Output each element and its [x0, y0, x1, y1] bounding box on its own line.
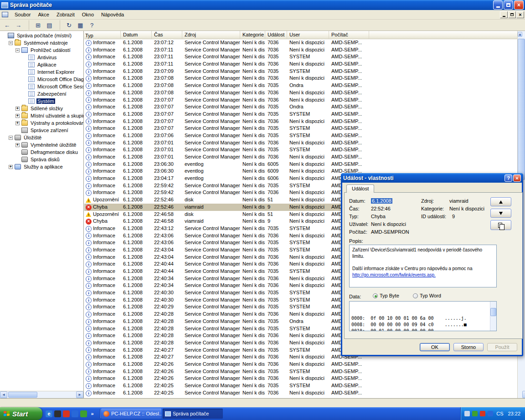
menu-soubor[interactable]: Soubor: [11, 11, 34, 18]
scroll-up-icon[interactable]: ▲: [518, 32, 522, 37]
scroll-thumb[interactable]: [8, 392, 37, 398]
event-row[interactable]: Informace 6.1.2008 23:06:30 eventlog Nen…: [84, 168, 369, 175]
task-button-sprava-pocitace[interactable]: Správa počítače: [163, 409, 223, 419]
events-help-link[interactable]: http://go.microsoft.com/fwlink/events.as…: [352, 272, 494, 278]
event-row[interactable]: Informace 6.1.2008 22:40:44 Service Cont…: [84, 261, 369, 268]
tree-expander-icon[interactable]: −: [15, 48, 20, 52]
minimize-button[interactable]: [493, 0, 503, 10]
event-row[interactable]: Informace 6.1.2008 22:43:04 Service Cont…: [84, 254, 369, 261]
dialog-close-button[interactable]: ×: [513, 174, 521, 182]
event-row[interactable]: Informace 6.1.2008 23:07:07 Service Cont…: [84, 111, 369, 118]
tree-expander-icon[interactable]: −: [9, 136, 13, 140]
task-button-pc-help-cz-odesl-[interactable]: PC-HELP.CZ :: Odesl...: [101, 409, 161, 419]
event-row[interactable]: Informace 6.1.2008 22:59:42 Service Cont…: [84, 189, 369, 196]
event-row[interactable]: Informace 6.1.2008 22:40:25 Service Cont…: [84, 389, 369, 397]
tree-expander-icon[interactable]: +: [9, 165, 13, 169]
event-row[interactable]: Informace 6.1.2008 23:07:08 Service Cont…: [84, 89, 369, 97]
event-data-hex[interactable]: 0000: 0f 00 10 00 01 00 6a 00 ......j.00…: [349, 301, 497, 331]
tree-item-log-system[interactable]: Systém: [0, 97, 83, 105]
event-row[interactable]: Informace 6.1.2008 23:07:07 Service Cont…: [84, 103, 369, 111]
event-row[interactable]: Informace 6.1.2008 23:07:11 Service Cont…: [84, 61, 369, 68]
language-indicator[interactable]: CS: [495, 411, 504, 416]
column-header-typ[interactable]: Typ: [84, 31, 121, 39]
radio-word-icon[interactable]: [413, 293, 418, 298]
column-header-udalost[interactable]: Událost: [265, 31, 287, 39]
tree-expander-icon[interactable]: +: [15, 107, 20, 111]
event-row[interactable]: Informace 6.1.2008 23:07:07 Service Cont…: [84, 125, 369, 132]
tree-item-disk-management[interactable]: Správa disků: [0, 156, 83, 163]
event-row[interactable]: Informace 6.1.2008 22:40:25 Service Cont…: [84, 382, 369, 389]
mdi-minimize-button[interactable]: [500, 11, 508, 18]
event-row[interactable]: Informace 6.1.2008 23:07:07 Service Cont…: [84, 97, 369, 104]
tab-udalost[interactable]: Událost: [346, 184, 374, 193]
scroll-thumb[interactable]: [518, 39, 525, 180]
event-row[interactable]: Informace 6.1.2008 22:40:28 Service Cont…: [84, 318, 369, 325]
previous-event-button[interactable]: [490, 197, 511, 206]
apply-button[interactable]: Použít: [487, 343, 517, 351]
toolbar-forward-button[interactable]: →: [13, 20, 24, 30]
event-row[interactable]: Informace 6.1.2008 22:40:30 Service Cont…: [84, 297, 369, 304]
toolbar-properties-button[interactable]: ▤: [44, 20, 55, 30]
column-header-zdroj[interactable]: Zdroj: [182, 31, 240, 39]
mdi-restore-button[interactable]: [508, 11, 516, 18]
event-row[interactable]: Informace 6.1.2008 22:40:27 Service Cont…: [84, 353, 369, 361]
tree-item-performance-logs[interactable]: + Výstrahy a protokolování výk: [0, 119, 83, 127]
tree-item-log-antivirus[interactable]: Antivirus: [0, 54, 83, 61]
tree-item-log-internet-explorer[interactable]: Internet Explorer: [0, 68, 83, 76]
toolbar-help-button[interactable]: ?: [87, 20, 97, 30]
toolbar-show-console-tree-button[interactable]: ⊞: [29, 20, 43, 30]
event-row[interactable]: Informace 6.1.2008 23:07:11 Service Cont…: [84, 53, 369, 61]
copy-event-button[interactable]: [490, 220, 511, 230]
tree-item-system-tools[interactable]: − Systémové nástroje: [0, 39, 83, 46]
menu-zobrazit[interactable]: Zobrazit: [53, 11, 78, 18]
tree-item-services-apps[interactable]: + Služby a aplikace: [0, 163, 83, 170]
tree-item-shared-folders[interactable]: + Sdílené složky: [0, 105, 83, 112]
column-header-kategorie[interactable]: Kategorie: [240, 31, 265, 39]
tree-item-log-zabezpeceni[interactable]: Zabezpečení: [0, 90, 83, 97]
radio-word[interactable]: Typ Word: [413, 293, 441, 298]
tree-expander-icon[interactable]: +: [15, 121, 20, 125]
tree-expander-icon[interactable]: +: [15, 143, 20, 147]
event-row[interactable]: Informace 6.1.2008 22:40:26 Service Cont…: [84, 368, 369, 375]
event-row[interactable]: Informace 6.1.2008 22:59:42 Service Cont…: [84, 182, 369, 190]
ok-button[interactable]: OK: [420, 343, 450, 351]
tray-icon-2[interactable]: [472, 411, 478, 416]
event-row[interactable]: Chyba 6.1.2008 22:52:46 viamraid Není k …: [84, 204, 369, 211]
event-row[interactable]: Upozornění 6.1.2008 22:52:46 disk Není k…: [84, 196, 369, 204]
event-row[interactable]: Informace 6.1.2008 23:07:08 Service Cont…: [84, 82, 369, 89]
event-row[interactable]: Informace 6.1.2008 23:07:06 Service Cont…: [84, 132, 369, 139]
event-row[interactable]: Informace 6.1.2008 23:07:01 Service Cont…: [84, 154, 369, 161]
quick-launch-icon-2[interactable]: [54, 410, 61, 417]
toolbar-export-list-button[interactable]: ▦: [75, 20, 86, 30]
event-row[interactable]: Informace 6.1.2008 22:40:28 Service Cont…: [84, 311, 369, 318]
tree-item-log-office-diagnostics[interactable]: Microsoft Office Diagnost: [0, 76, 83, 83]
quick-launch-icon-5[interactable]: [80, 410, 87, 417]
event-row[interactable]: Informace 6.1.2008 22:40:28 Service Cont…: [84, 325, 369, 333]
tray-icon-1[interactable]: [464, 411, 470, 416]
event-row[interactable]: Informace 6.1.2008 22:40:26 Service Cont…: [84, 361, 369, 368]
toolbar-back-button[interactable]: ←: [2, 20, 12, 30]
column-header-datum[interactable]: Datum: [121, 31, 152, 39]
mdi-close-button[interactable]: ×: [516, 11, 524, 18]
tree-item-device-manager[interactable]: Správce zařízení: [0, 127, 83, 134]
event-row[interactable]: Informace 6.1.2008 23:07:01 Service Cont…: [84, 139, 369, 147]
event-row[interactable]: Informace 6.1.2008 22:43:04 Service Cont…: [84, 246, 369, 254]
toolbar-refresh-button[interactable]: ↻: [60, 20, 74, 30]
column-header-cas[interactable]: Čas: [152, 31, 182, 39]
tree-expander-icon[interactable]: +: [15, 114, 20, 118]
tree-item-computer-management-root[interactable]: Správa počítače (místní): [0, 32, 83, 39]
event-description[interactable]: Zařízení \Device\Scsi\viamraid1 neodpoví…: [349, 245, 497, 287]
quick-launch-icon-3[interactable]: [63, 410, 70, 417]
menu-napoveda[interactable]: Nápověda: [98, 11, 128, 18]
event-row[interactable]: Informace 6.1.2008 23:06:30 eventlog Nen…: [84, 161, 369, 168]
tree-item-removable-storage[interactable]: + Vyměnitelné úložiště: [0, 141, 83, 149]
scroll-left-icon[interactable]: ◄: [0, 391, 7, 398]
event-row[interactable]: Informace 6.1.2008 23:07:09 Service Cont…: [84, 68, 369, 75]
tree-item-event-viewer[interactable]: − Prohlížeč událostí: [0, 46, 83, 54]
tree-expander-icon[interactable]: −: [9, 41, 13, 45]
event-row[interactable]: Informace 6.1.2008 22:40:34 Service Cont…: [84, 275, 369, 282]
tree-horizontal-scrollbar[interactable]: ◄ ►: [0, 391, 83, 398]
menu-akce[interactable]: Akce: [34, 11, 52, 18]
hex-scrollbar[interactable]: ▲ ▼: [490, 302, 496, 331]
close-button[interactable]: ×: [514, 0, 524, 10]
